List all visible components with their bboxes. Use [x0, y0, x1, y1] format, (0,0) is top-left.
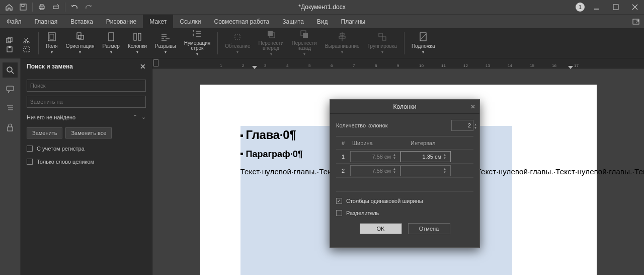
search-tab-icon[interactable]	[3, 62, 18, 78]
heading-2-text: Параграф·0¶	[246, 149, 303, 159]
width-input-2[interactable]: 7.58 см▲▼	[350, 165, 400, 176]
user-badge[interactable]: 1	[576, 3, 585, 12]
chevron-down-icon: ▾	[422, 50, 424, 54]
redo-icon[interactable]	[82, 1, 96, 14]
whole-word-checkbox[interactable]	[27, 159, 33, 165]
menu-home[interactable]: Главная	[28, 15, 64, 28]
whole-word-label: Только слово целиком	[37, 159, 94, 165]
svg-rect-35	[303, 33, 308, 38]
svg-rect-7	[613, 5, 618, 10]
open-location-icon[interactable]	[628, 15, 644, 28]
close-window-icon[interactable]	[628, 1, 642, 14]
minimize-icon[interactable]	[590, 1, 604, 14]
svg-rect-5	[53, 6, 58, 9]
select-all-icon[interactable]	[23, 46, 30, 52]
group-button: Группировка▾	[364, 30, 401, 56]
close-panel-icon[interactable]: ✕	[140, 62, 146, 71]
chevron-down-icon: ▾	[270, 52, 272, 56]
chevron-down-icon: ▾	[196, 52, 198, 56]
panel-title: Поиск и замена	[27, 63, 73, 70]
comments-tab-icon[interactable]	[3, 82, 18, 97]
width-input-1[interactable]: 7.58 см▲▼	[350, 151, 400, 162]
chevron-down-icon: ▾	[303, 52, 305, 56]
menu-collaboration[interactable]: Совместная работа	[207, 15, 276, 28]
lock-tab-icon[interactable]	[3, 120, 18, 135]
chevron-down-icon: ▾	[136, 50, 138, 54]
watermark-button[interactable]: Подложка▾	[408, 30, 439, 56]
stepper-down-icon[interactable]: ▼	[474, 126, 480, 129]
svg-rect-17	[50, 34, 54, 39]
columns-dialog: Колонки ✕ Количество колонок 2 ▲▼ # Шири…	[330, 99, 480, 248]
paste-icon[interactable]	[6, 46, 13, 52]
equal-width-label: Столбцы одинаковой ширины	[346, 198, 423, 204]
search-input[interactable]	[27, 80, 146, 92]
size-button[interactable]: Размер▾	[99, 30, 124, 56]
columns-button[interactable]: Колонки▾	[124, 30, 151, 56]
cancel-button[interactable]: Отмена	[408, 223, 450, 234]
menu-plugins[interactable]: Плагины	[335, 15, 372, 28]
menu-view[interactable]: Вид	[310, 15, 335, 28]
svg-rect-40	[379, 33, 382, 37]
undo-icon[interactable]	[67, 1, 82, 14]
svg-rect-15	[24, 47, 30, 52]
separator-checkbox[interactable]	[336, 210, 342, 216]
svg-rect-41	[382, 37, 386, 40]
chevron-down-icon: ▾	[51, 50, 53, 54]
chevron-down-icon: ▾	[110, 50, 112, 54]
menu-layout[interactable]: Макет	[143, 15, 173, 28]
dialog-close-icon[interactable]: ✕	[470, 103, 475, 110]
find-replace-panel: Поиск и замена ✕ Ничего не найдено ⌃ ⌄ З…	[21, 58, 152, 275]
interval-input-1[interactable]: 1.35 см▲▼	[400, 151, 451, 162]
ribbon: Поля▾ Ориентация▾ Размер▾ Колонки▾ Разры…	[0, 28, 644, 58]
margins-button[interactable]: Поля▾	[42, 30, 62, 56]
equal-width-checkbox[interactable]: ✓	[336, 198, 342, 204]
ok-button[interactable]: OK	[360, 223, 402, 234]
left-toolbar	[0, 58, 21, 275]
line-numbers-button[interactable]: 123Нумерация строк▾	[180, 30, 214, 56]
menu-file[interactable]: Файл	[0, 15, 28, 28]
menu-protection[interactable]: Защита	[276, 15, 310, 28]
replace-all-button[interactable]: Заменить все	[65, 127, 112, 139]
match-case-label: С учетом регистра	[37, 146, 85, 152]
dialog-title: Колонки	[393, 103, 417, 110]
maximize-icon[interactable]	[609, 1, 623, 14]
svg-rect-20	[109, 33, 114, 41]
column-count-input[interactable]: 2 ▲▼	[451, 120, 473, 131]
prev-result-icon[interactable]: ⌃	[133, 114, 137, 120]
svg-rect-1	[22, 5, 24, 7]
svg-rect-33	[268, 31, 273, 36]
print-icon[interactable]	[35, 1, 49, 14]
svg-rect-32	[235, 34, 240, 39]
menu-draw[interactable]: Рисование	[100, 15, 143, 28]
chevron-down-icon: ▾	[236, 50, 238, 54]
cut-icon[interactable]	[23, 37, 30, 43]
home-icon[interactable]	[2, 1, 16, 14]
menu-insert[interactable]: Вставка	[64, 15, 100, 28]
svg-rect-18	[77, 33, 81, 39]
breaks-button[interactable]: Разрывы▾	[151, 30, 180, 56]
separator-label: Разделитель	[346, 210, 379, 216]
chevron-down-icon: ▾	[381, 50, 383, 54]
align-button: Выравнивание▾	[321, 30, 364, 56]
copy-icon[interactable]	[6, 37, 13, 43]
chevron-down-icon: ▾	[165, 50, 167, 54]
headings-tab-icon[interactable]	[3, 101, 18, 116]
quick-print-icon[interactable]	[49, 1, 63, 14]
svg-rect-16	[48, 33, 55, 41]
save-icon[interactable]	[16, 1, 30, 14]
replace-input[interactable]	[27, 96, 146, 108]
orientation-button[interactable]: Ориентация▾	[62, 30, 99, 56]
replace-button[interactable]: Заменить	[27, 127, 62, 139]
svg-rect-22	[138, 33, 141, 40]
svg-rect-9	[7, 38, 11, 43]
menu-references[interactable]: Ссылки	[173, 15, 207, 28]
next-result-icon[interactable]: ⌄	[141, 114, 146, 120]
col-header-width: Ширина	[350, 140, 409, 146]
stepper-up-icon[interactable]: ▲	[474, 123, 480, 126]
column-count-label: Количество колонок	[336, 122, 451, 128]
match-case-checkbox[interactable]	[27, 146, 33, 152]
horizontal-ruler[interactable]	[152, 58, 644, 68]
svg-text:3: 3	[193, 35, 194, 38]
svg-point-44	[7, 67, 12, 72]
col-header-index: #	[336, 140, 350, 146]
